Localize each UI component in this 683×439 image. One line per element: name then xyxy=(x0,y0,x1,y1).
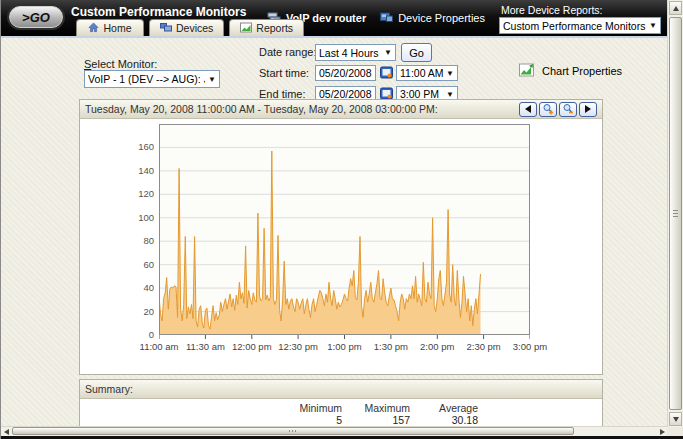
y-axis-tick-label: 0 xyxy=(116,329,154,340)
start-date-value: 05/20/2008 xyxy=(319,67,372,79)
more-reports-value: Custom Performance Monitors xyxy=(503,20,646,32)
more-reports-label: More Device Reports: xyxy=(501,4,603,16)
chevron-down-icon: ▼ xyxy=(384,48,392,57)
summary-title: Summary: xyxy=(85,383,133,395)
chart-svg xyxy=(159,124,530,340)
select-monitor-dropdown[interactable]: VoIP - 1 (DEV --> AUG): Jitter ▼ xyxy=(84,70,220,88)
start-time-dropdown[interactable]: 11:00 AM ▼ xyxy=(396,65,458,81)
x-axis-tick-label: 1:00 pm xyxy=(327,341,361,352)
x-axis-tick-label: 12:30 pm xyxy=(278,341,318,352)
date-range-label: Date range: xyxy=(259,46,316,58)
tab-bar: Home Devices Reports xyxy=(76,19,304,36)
pan-right-button[interactable] xyxy=(579,102,597,117)
x-axis-tick-label: 2:00 pm xyxy=(420,341,454,352)
device-properties-button[interactable]: Device Properties xyxy=(380,11,485,25)
reports-icon xyxy=(240,22,252,35)
chevron-down-icon: ▼ xyxy=(446,90,454,99)
chevron-down-icon: ▼ xyxy=(649,21,657,30)
go-logo-label: >GO xyxy=(22,10,50,25)
x-axis-tick-label: 2:30 pm xyxy=(466,341,500,352)
pan-left-button[interactable] xyxy=(519,102,537,117)
select-monitor-label: Select Monitor: xyxy=(84,58,157,70)
start-date-input[interactable]: 05/20/2008 xyxy=(315,65,376,81)
page-title: Custom Performance Monitors xyxy=(71,5,246,19)
x-axis-tick-label: 1:30 pm xyxy=(374,341,408,352)
scroll-up-button[interactable] xyxy=(669,1,682,15)
topbar-right: VoIP dev router Device Properties More D… xyxy=(267,0,661,36)
tab-devices-label: Devices xyxy=(176,22,213,34)
y-axis-tick-label: 160 xyxy=(116,141,154,152)
arrow-left-icon xyxy=(4,429,9,435)
y-axis-tick-label: 140 xyxy=(116,165,154,176)
arrow-up-icon xyxy=(673,6,679,11)
chart-properties-label: Chart Properties xyxy=(542,65,622,77)
go-button-label: Go xyxy=(409,47,424,59)
device-properties-label: Device Properties xyxy=(398,12,485,24)
horizontal-scrollbar-thumb[interactable] xyxy=(12,427,574,435)
go-logo-button[interactable]: >GO xyxy=(9,6,63,28)
arrow-down-icon xyxy=(673,417,679,422)
app-window: >GO Custom Performance Monitors VoIP dev… xyxy=(0,0,683,439)
x-axis-tick-label: 12:00 pm xyxy=(232,341,272,352)
summary-average-value: 30.18 xyxy=(414,414,478,426)
summary-panel: Summary: Minimum Maximum Average 5 157 3… xyxy=(79,379,603,428)
chart-panel: Tuesday, May 20, 2008 11:00:00 AM - Tues… xyxy=(79,99,603,375)
chart-properties-button[interactable]: Chart Properties xyxy=(519,63,622,79)
tab-home[interactable]: Home xyxy=(76,19,144,36)
y-axis-tick-label: 120 xyxy=(116,188,154,199)
tab-home-label: Home xyxy=(103,22,131,34)
y-axis-tick-label: 100 xyxy=(116,212,154,223)
y-axis-tick-label: 80 xyxy=(116,235,154,246)
start-calendar-icon[interactable] xyxy=(380,66,393,79)
scroll-right-button[interactable] xyxy=(657,427,667,436)
y-axis-tick-label: 40 xyxy=(116,282,154,293)
horizontal-scrollbar[interactable] xyxy=(1,426,667,436)
arrow-right-icon xyxy=(660,429,665,435)
zoom-out-icon xyxy=(562,103,574,115)
arrow-right-icon xyxy=(585,105,591,113)
y-axis-tick-label: 60 xyxy=(116,259,154,270)
summary-maximum-value: 157 xyxy=(346,414,410,426)
more-reports-dropdown[interactable]: Custom Performance Monitors ▼ xyxy=(499,17,661,34)
chart-title: Tuesday, May 20, 2008 11:00:00 AM - Tues… xyxy=(85,103,517,115)
date-range-dropdown[interactable]: Last 4 Hours ▼ xyxy=(315,44,396,61)
x-axis-tick-label: 11:00 am xyxy=(140,341,179,352)
x-axis-tick-label: 11:30 am xyxy=(186,341,225,352)
arrow-left-icon xyxy=(525,105,531,113)
scroll-left-button[interactable] xyxy=(1,427,11,436)
tab-reports-label: Reports xyxy=(256,22,293,34)
more-reports-group: More Device Reports: Custom Performance … xyxy=(499,2,661,34)
select-monitor-value: VoIP - 1 (DEV --> AUG): Jitter xyxy=(88,73,205,85)
y-axis-tick-label: 20 xyxy=(116,306,154,317)
start-time-value: 11:00 AM xyxy=(400,67,443,79)
device-properties-icon xyxy=(380,11,393,25)
home-icon xyxy=(88,22,99,35)
x-axis-tick-label: 3:00 pm xyxy=(513,341,547,352)
chart-area: 160 140 120 100 80 60 40 20 0 11:00 am 1… xyxy=(80,119,602,374)
zoom-in-button[interactable] xyxy=(539,102,557,117)
vertical-scrollbar-thumb[interactable] xyxy=(669,17,682,410)
go-button[interactable]: Go xyxy=(401,43,432,62)
chart-properties-icon xyxy=(519,63,536,79)
chevron-down-icon: ▼ xyxy=(446,69,454,78)
chevron-down-icon: ▼ xyxy=(208,75,216,84)
vertical-scrollbar[interactable] xyxy=(667,0,683,427)
zoom-out-button[interactable] xyxy=(559,102,577,117)
start-time-label: Start time: xyxy=(259,67,309,79)
summary-col-minimum: Minimum xyxy=(278,402,342,414)
tab-reports[interactable]: Reports xyxy=(229,19,304,36)
devices-icon xyxy=(160,22,172,35)
date-range-value: Last 4 Hours xyxy=(319,47,381,59)
summary-col-average: Average xyxy=(414,402,478,414)
tab-devices[interactable]: Devices xyxy=(149,19,224,36)
summary-table: Minimum Maximum Average 5 157 30.18 xyxy=(278,399,602,426)
summary-header: Summary: xyxy=(80,380,602,399)
zoom-in-icon xyxy=(542,103,554,115)
summary-minimum-value: 5 xyxy=(278,414,342,426)
content-area: Select Monitor: VoIP - 1 (DEV --> AUG): … xyxy=(1,38,667,427)
chart-panel-header: Tuesday, May 20, 2008 11:00:00 AM - Tues… xyxy=(80,100,602,119)
top-bar: >GO Custom Performance Monitors VoIP dev… xyxy=(1,0,667,36)
scroll-down-button[interactable] xyxy=(669,412,682,426)
summary-col-maximum: Maximum xyxy=(346,402,410,414)
